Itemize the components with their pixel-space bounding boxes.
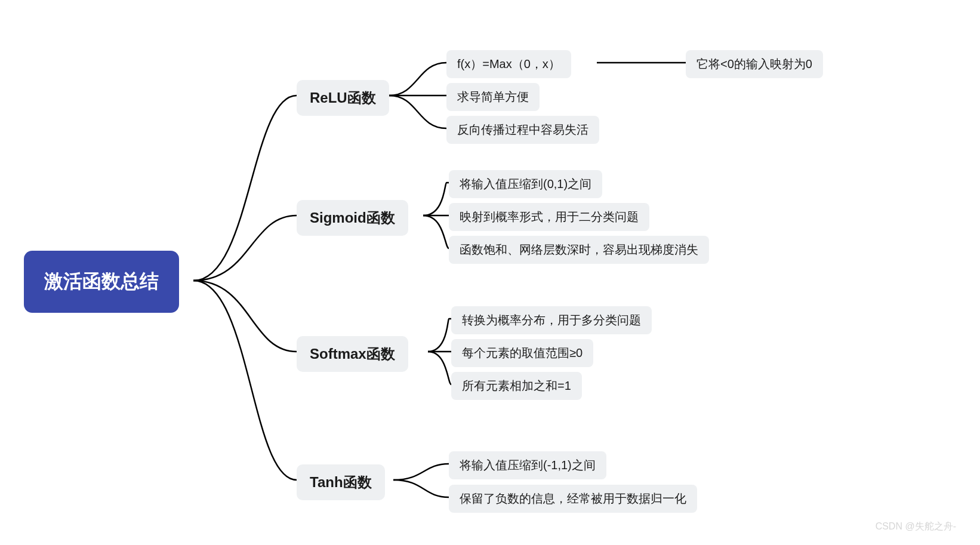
branch-tanh[interactable]: Tanh函数: [297, 464, 385, 500]
leaf-tanh-0[interactable]: 将输入值压缩到(-1,1)之间: [449, 451, 606, 479]
branch-label: ReLU函数: [310, 88, 376, 107]
root-title: 激活函数总结: [44, 269, 159, 295]
branch-label: Tanh函数: [310, 473, 372, 492]
watermark: CSDN @失舵之舟-: [876, 521, 956, 533]
leaf-text: 它将<0的输入映射为0: [697, 56, 812, 72]
leaf-text: 函数饱和、网络层数深时，容易出现梯度消失: [460, 242, 698, 258]
leaf-text: 反向传播过程中容易失活: [457, 122, 588, 138]
leaf-softmax-0[interactable]: 转换为概率分布，用于多分类问题: [451, 306, 652, 334]
leaf-relu-2[interactable]: 反向传播过程中容易失活: [446, 116, 599, 144]
leaf-text: f(x）=Max（0，x）: [457, 56, 560, 72]
leaf-softmax-1[interactable]: 每个元素的取值范围≥0: [451, 339, 593, 367]
root-node[interactable]: 激活函数总结: [24, 251, 179, 313]
leaf-relu-0[interactable]: f(x）=Max（0，x）: [446, 50, 571, 78]
leaf-text: 将输入值压缩到(-1,1)之间: [460, 457, 596, 473]
branch-label: Sigmoid函数: [310, 208, 395, 227]
branch-softmax[interactable]: Softmax函数: [297, 336, 408, 372]
leaf-relu-0-extra[interactable]: 它将<0的输入映射为0: [686, 50, 823, 78]
leaf-sigmoid-1[interactable]: 映射到概率形式，用于二分类问题: [449, 203, 649, 231]
leaf-sigmoid-2[interactable]: 函数饱和、网络层数深时，容易出现梯度消失: [449, 236, 709, 264]
branch-relu[interactable]: ReLU函数: [297, 80, 389, 116]
leaf-text: 将输入值压缩到(0,1)之间: [460, 176, 591, 192]
leaf-text: 所有元素相加之和=1: [462, 378, 571, 394]
watermark-text: CSDN @失舵之舟-: [876, 521, 956, 531]
branch-label: Softmax函数: [310, 344, 395, 364]
leaf-text: 保留了负数的信息，经常被用于数据归一化: [460, 491, 686, 507]
leaf-text: 转换为概率分布，用于多分类问题: [462, 312, 641, 328]
leaf-text: 映射到概率形式，用于二分类问题: [460, 209, 639, 225]
leaf-tanh-1[interactable]: 保留了负数的信息，经常被用于数据归一化: [449, 485, 697, 513]
leaf-sigmoid-0[interactable]: 将输入值压缩到(0,1)之间: [449, 170, 602, 198]
leaf-text: 求导简单方便: [457, 89, 529, 105]
leaf-relu-1[interactable]: 求导简单方便: [446, 83, 540, 111]
branch-sigmoid[interactable]: Sigmoid函数: [297, 200, 408, 236]
leaf-text: 每个元素的取值范围≥0: [462, 345, 583, 361]
leaf-softmax-2[interactable]: 所有元素相加之和=1: [451, 372, 582, 400]
